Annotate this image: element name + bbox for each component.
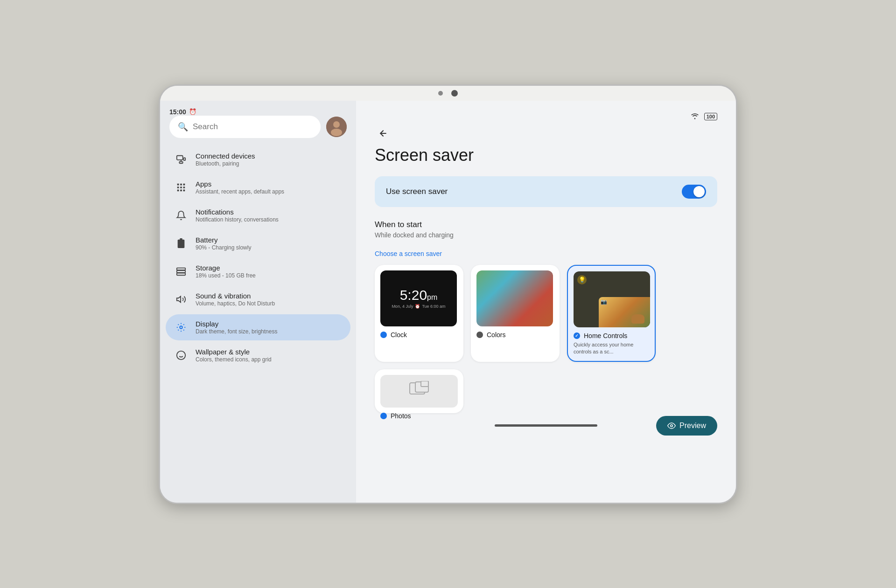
use-screen-saver-row[interactable]: Use screen saver [375,176,717,207]
home-controls-card[interactable]: 💡 📷 ✓ [567,265,656,362]
clock-dot [380,332,387,338]
display-icon [175,321,187,333]
clock-card[interactable]: 5:20pm Mon, 4 July ⏰ Tue 6:00 am Clock [375,265,463,362]
svg-point-23 [177,351,185,359]
time-display: 15:00 [169,108,186,116]
clock-name: Clock [391,331,407,339]
battery-icon [175,237,187,249]
sound-title: Sound & vibration [196,292,275,300]
storage-text: Storage 18% used - 105 GB free [196,264,256,279]
svg-rect-6 [184,158,186,160]
display-subtitle: Dark theme, font size, brightness [196,328,277,335]
storage-subtitle: 18% used - 105 GB free [196,272,256,279]
connected-devices-icon [175,153,187,166]
wallpaper-icon [175,349,187,361]
avatar[interactable] [326,117,347,137]
sound-subtitle: Volume, haptics, Do Not Disturb [196,300,275,307]
svg-rect-16 [178,239,185,248]
sidebar: 15:00 ⏰ 🔍 [160,101,356,503]
sidebar-item-storage[interactable]: Storage 18% used - 105 GB free [166,258,350,284]
apps-text: Apps Assistant, recent apps, default app… [196,180,284,195]
content-top-bar: 100 [375,110,717,125]
room-image: 📷 [599,297,650,327]
svg-rect-11 [180,187,182,188]
search-icon: 🔍 [178,122,188,132]
home-controls-footer: ✓ Home Controls [574,332,649,339]
bulb-icon: 💡 [577,275,587,284]
home-indicator [495,424,597,427]
sidebar-item-wallpaper[interactable]: Wallpaper & style Colors, themed icons, … [166,342,350,368]
when-title: When to start [375,220,717,229]
svg-marker-21 [177,296,181,302]
wallpaper-title: Wallpaper & style [196,348,272,356]
svg-point-1 [333,121,340,128]
notifications-icon [175,209,187,221]
colors-card[interactable]: Colors [471,265,560,362]
sidebar-item-apps[interactable]: Apps Assistant, recent apps, default app… [166,174,350,201]
sidebar-item-display[interactable]: Display Dark theme, font size, brightnes… [166,314,350,340]
wallpaper-text: Wallpaper & style Colors, themed icons, … [196,348,272,363]
home-top: 💡 [577,275,646,284]
sidebar-item-connected-devices[interactable]: Connected devices Bluetooth, pairing [166,146,350,173]
camera-dot-left [438,91,443,96]
clock-thumb: 5:20pm Mon, 4 July ⏰ Tue 6:00 am [380,270,457,326]
notifications-title: Notifications [196,208,279,216]
battery-subtitle: 90% - Charging slowly [196,244,251,251]
wallpaper-subtitle: Colors, themed icons, app grid [196,356,272,363]
connected-devices-subtitle: Bluetooth, pairing [196,160,255,167]
home-controls-name: Home Controls [584,332,627,339]
choose-screensaver-label[interactable]: Choose a screen saver [375,250,717,257]
battery-title: Battery [196,236,251,244]
sidebar-item-battery[interactable]: Battery 90% - Charging slowly [166,230,350,256]
back-button[interactable] [375,125,392,142]
colors-card-footer: Colors [476,331,554,339]
tablet-frame: 15:00 ⏰ 🔍 [159,84,737,504]
preview-button[interactable]: Preview [656,416,717,436]
screen-saver-toggle[interactable] [682,185,706,199]
camera-dot-front [451,90,458,97]
sidebar-item-notifications[interactable]: Notifications Notification history, conv… [166,202,350,228]
photos-card[interactable]: Photos [375,369,463,413]
svg-rect-15 [183,189,185,191]
svg-rect-13 [177,189,179,191]
apps-subtitle: Assistant, recent apps, default apps [196,188,284,195]
status-bar: 15:00 ⏰ [160,106,356,116]
svg-point-22 [180,326,182,329]
colors-thumb [476,270,553,326]
connected-devices-text: Connected devices Bluetooth, pairing [196,152,255,167]
svg-rect-7 [177,183,179,185]
search-input[interactable] [193,122,312,131]
toggle-label: Use screen saver [386,187,448,196]
battery-text: Battery 90% - Charging slowly [196,236,251,251]
apps-icon [175,181,187,194]
svg-point-26 [694,118,695,119]
apps-title: Apps [196,180,284,188]
svg-rect-8 [180,183,182,185]
svg-rect-10 [177,187,179,188]
camera-bar [160,86,736,101]
home-controls-thumb: 💡 📷 [574,271,650,327]
home-controls-check: ✓ [574,332,580,339]
sidebar-item-sound-vibration[interactable]: Sound & vibration Volume, haptics, Do No… [166,286,350,312]
photos-name: Photos [391,412,411,420]
sound-icon [175,293,187,305]
battery-status-icon: 100 [704,113,717,120]
notifications-subtitle: Notification history, conversations [196,216,279,223]
main-area: 15:00 ⏰ 🔍 [160,101,736,503]
when-to-start-section: When to start While docked and charging [375,220,717,239]
colors-gradient [476,270,553,326]
search-bar[interactable]: 🔍 [169,116,321,138]
display-title: Display [196,320,277,328]
battery-percentage: 100 [704,113,717,120]
clock-time: 5:20pm [400,288,438,302]
photos-thumb [380,375,458,408]
connected-devices-title: Connected devices [196,152,255,160]
notifications-text: Notifications Notification history, conv… [196,208,279,223]
page-title: Screen saver [375,145,717,165]
svg-rect-14 [180,189,182,191]
clock-date: Mon, 4 July ⏰ Tue 6:00 am [392,304,445,309]
svg-rect-12 [183,187,185,188]
clock-card-footer: Clock [380,331,458,339]
svg-rect-20 [177,273,185,275]
preview-label: Preview [679,422,706,430]
